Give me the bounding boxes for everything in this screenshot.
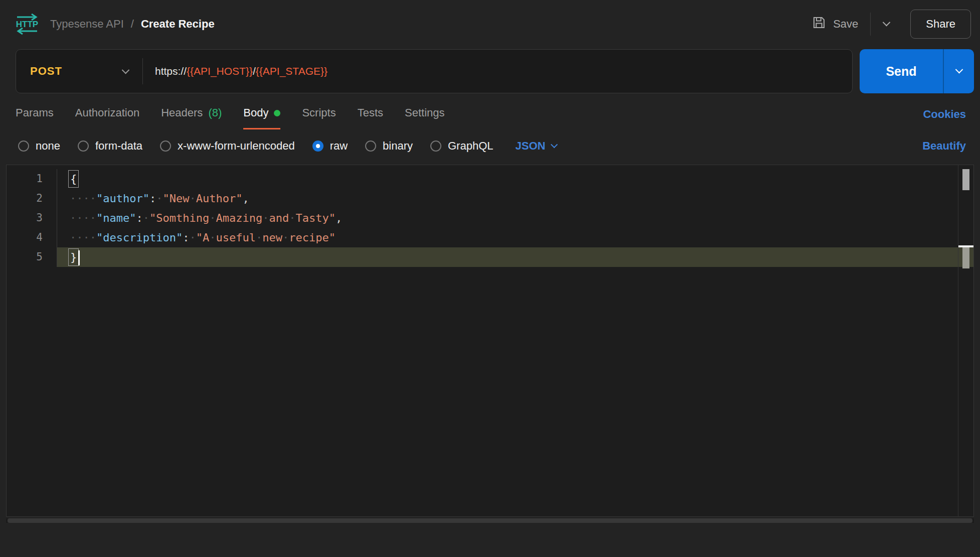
radio-label: GraphQL — [448, 140, 494, 153]
chevron-down-icon — [955, 65, 963, 73]
tab-count-badge: (8) — [208, 106, 222, 119]
line-content[interactable]: ····"author":·"New·Author", — [57, 189, 973, 208]
code-token: , — [242, 192, 249, 205]
chevron-down-icon — [122, 66, 130, 74]
line-content[interactable]: } — [57, 247, 973, 267]
code-token: :· — [136, 212, 149, 224]
radio-x-www-form-urlencoded[interactable]: x-www-form-urlencoded — [160, 140, 295, 153]
line-content[interactable]: ····"name":·"Somthing·Amazing·and·Tasty"… — [57, 208, 973, 228]
language-selector[interactable]: JSON — [516, 140, 557, 153]
whitespace-dot: · — [70, 231, 76, 244]
radio-raw[interactable]: raw — [312, 140, 348, 153]
text-cursor — [78, 250, 80, 265]
chevron-down-icon — [883, 18, 891, 26]
beautify-link[interactable]: Beautify — [922, 140, 966, 153]
whitespace-dot: · — [189, 192, 196, 205]
send-button[interactable]: Send — [860, 49, 944, 93]
radio-GraphQL[interactable]: GraphQL — [430, 140, 494, 153]
tab-scripts[interactable]: Scripts — [302, 106, 336, 129]
request-tabs: ParamsAuthorizationHeaders(8)BodyScripts… — [16, 106, 445, 129]
tab-body[interactable]: Body — [243, 106, 280, 129]
line-number: 2 — [7, 189, 57, 208]
cookies-link[interactable]: Cookies — [923, 108, 966, 129]
code-token: , — [336, 212, 342, 224]
tab-params[interactable]: Params — [16, 106, 54, 129]
tab-label: Scripts — [302, 106, 336, 119]
whitespace-dot: · — [282, 231, 289, 244]
code-token: :· — [149, 192, 163, 205]
url-part-variable: {{API_STAGE}} — [256, 65, 328, 77]
url-input[interactable]: https://{{API_HOST}}/{{API_STAGE}} — [143, 65, 852, 77]
code-line-2[interactable]: 2····"author":·"New·Author", — [7, 189, 973, 208]
code-token: "name" — [96, 212, 136, 224]
code-editor[interactable]: 1{2····"author":·"New·Author",3····"name… — [6, 165, 974, 517]
radio-none[interactable]: none — [18, 140, 60, 153]
save-options-button[interactable] — [881, 18, 892, 31]
code-line-1[interactable]: 1{ — [7, 169, 973, 189]
line-number: 4 — [7, 228, 57, 247]
tab-settings[interactable]: Settings — [405, 106, 445, 129]
code-token: "New·Author" — [162, 192, 242, 205]
unsaved-changes-dot — [274, 110, 280, 116]
breadcrumb-separator: / — [131, 18, 134, 31]
line-content[interactable]: { — [57, 169, 973, 189]
code-line-4[interactable]: 4····"description":·"A·useful·new·recipe… — [7, 228, 973, 247]
radio-circle-icon — [160, 141, 171, 152]
method-label: POST — [30, 65, 62, 78]
line-number: 3 — [7, 208, 57, 228]
code-token: ···· — [70, 192, 96, 205]
tab-label: Body — [243, 106, 268, 119]
breadcrumb-request-title: Create Recipe — [141, 18, 215, 31]
whitespace-dot: · — [209, 231, 216, 244]
divider — [870, 13, 871, 36]
whitespace-dot: · — [256, 231, 262, 244]
line-number: 1 — [7, 169, 57, 189]
code-token: "description" — [96, 231, 183, 244]
whitespace-dot: · — [209, 212, 216, 224]
whitespace-dot: · — [156, 192, 162, 205]
request-row: POST https://{{API_HOST}}/{{API_STAGE}} … — [0, 46, 980, 93]
save-button[interactable]: Save — [811, 15, 858, 33]
radio-circle-icon — [18, 141, 29, 152]
scrollbar-thumb[interactable] — [8, 518, 972, 523]
code-token: "A·useful·new·recipe" — [196, 231, 336, 244]
radio-circle-icon — [78, 141, 89, 152]
save-icon — [811, 15, 827, 33]
whitespace-dot: · — [90, 192, 96, 205]
radio-label: x-www-form-urlencoded — [178, 140, 295, 153]
radio-label: binary — [383, 140, 413, 153]
tab-headers[interactable]: Headers(8) — [161, 106, 222, 129]
body-options-row: noneform-datax-www-form-urlencodedrawbin… — [0, 129, 980, 162]
editor-vertical-scrollbar[interactable] — [958, 165, 973, 516]
whitespace-dot: · — [83, 212, 90, 224]
radio-label: none — [36, 140, 60, 153]
radio-label: form-data — [95, 140, 142, 153]
send-split-button: Send — [860, 49, 974, 93]
code-line-5[interactable]: 5} — [7, 247, 973, 267]
tab-label: Tests — [358, 106, 383, 119]
body-type-radios: noneform-datax-www-form-urlencodedrawbin… — [18, 140, 494, 153]
whitespace-dot: · — [76, 231, 83, 244]
whitespace-dot: · — [90, 231, 96, 244]
matched-bracket-token: } — [68, 248, 79, 266]
share-button[interactable]: Share — [910, 10, 971, 39]
line-content[interactable]: ····"description":·"A·useful·new·recipe" — [57, 228, 973, 247]
url-part-variable: {{API_HOST}} — [187, 65, 253, 77]
request-tabs-row: ParamsAuthorizationHeaders(8)BodyScripts… — [0, 93, 980, 129]
tab-tests[interactable]: Tests — [358, 106, 383, 129]
tab-authorization[interactable]: Authorization — [75, 106, 139, 129]
code-token: "Somthing·Amazing·and·Tasty" — [149, 212, 336, 224]
save-label: Save — [833, 18, 858, 31]
editor-horizontal-scrollbar[interactable] — [6, 518, 974, 523]
chevron-down-icon — [551, 141, 558, 148]
send-options-button[interactable] — [944, 49, 974, 93]
radio-binary[interactable]: binary — [365, 140, 413, 153]
method-selector[interactable]: POST — [16, 65, 142, 78]
whitespace-dot: · — [76, 212, 83, 224]
radio-form-data[interactable]: form-data — [78, 140, 142, 153]
scrollbar-thumb[interactable] — [962, 169, 969, 190]
breadcrumb-collection[interactable]: Typesense API — [50, 18, 124, 31]
code-line-3[interactable]: 3····"name":·"Somthing·Amazing·and·Tasty… — [7, 208, 973, 228]
whitespace-dot: · — [143, 212, 149, 224]
tab-label: Headers — [161, 106, 203, 119]
